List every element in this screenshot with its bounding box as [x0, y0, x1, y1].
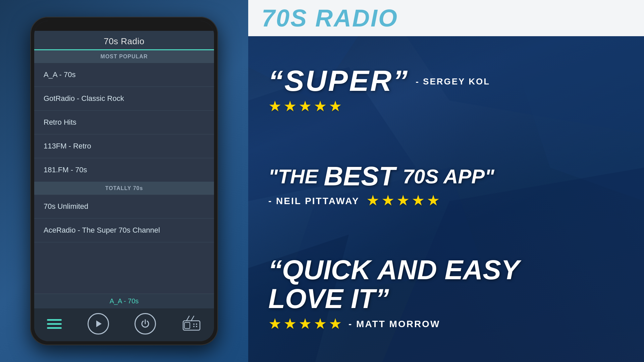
star-icon: ★ [427, 192, 440, 209]
star-icon: ★ [329, 315, 342, 332]
svg-line-7 [186, 316, 189, 321]
power-button[interactable] [135, 313, 156, 335]
radio-item-name: 113FM - Retro [44, 142, 91, 150]
star-icon: ★ [299, 98, 312, 115]
star-icon: ★ [329, 98, 342, 115]
review-2-stars: ★ ★ ★ ★ ★ [366, 192, 440, 209]
play-icon [93, 318, 104, 329]
right-panel: 70S RADIO “SUPER” - SERGEY KOL ★ ★ ★ ★ ★… [248, 0, 644, 362]
radio-button[interactable] [182, 315, 201, 333]
star-icon: ★ [268, 98, 281, 115]
play-button[interactable] [88, 313, 109, 335]
review-1: “SUPER” - SERGEY KOL ★ ★ ★ ★ ★ [268, 66, 624, 115]
list-item[interactable]: A_A - 70s [34, 63, 214, 87]
svg-point-6 [196, 326, 197, 327]
list-item[interactable]: AceRadio - The Super 70s Channel [34, 219, 214, 242]
review-1-stars: ★ ★ ★ ★ ★ [268, 98, 624, 115]
review-3: “QUICK AND EASY LOVE IT” ★ ★ ★ ★ ★ - MAT… [268, 255, 624, 332]
menu-line-1 [47, 319, 62, 321]
review-3-line2: LOVE IT” [268, 284, 624, 313]
radio-item-name: 181.FM - 70s [44, 166, 87, 174]
right-title: 70S RADIO [262, 5, 398, 32]
review-3-stars: ★ ★ ★ ★ ★ [268, 315, 342, 332]
list-item[interactable]: Retro Hits [34, 111, 214, 134]
phone-notch [34, 21, 214, 31]
star-icon: ★ [412, 192, 425, 209]
review-2-author: - NEIL PITTAWAY [268, 196, 360, 206]
svg-line-8 [191, 316, 194, 321]
menu-line-2 [47, 323, 62, 325]
reviews-area: “SUPER” - SERGEY KOL ★ ★ ★ ★ ★ "THE BEST… [248, 36, 644, 362]
svg-point-4 [196, 323, 197, 325]
totally-70s-label: TOTALLY 70s [105, 185, 143, 191]
radio-item-name: GotRadio - Classic Rock [44, 94, 124, 103]
radio-icon [182, 315, 201, 331]
most-popular-label: MOST POPULAR [101, 54, 148, 59]
list-item[interactable]: 70s Unlimited [34, 195, 214, 219]
review-2-the: "THE [268, 165, 324, 188]
radio-list: A_A - 70s GotRadio - Classic Rock Retro … [34, 63, 214, 294]
radio-item-name: AceRadio - The Super 70s Channel [44, 226, 160, 234]
menu-button[interactable] [47, 319, 62, 329]
radio-item-name: 70s Unlimited [44, 202, 88, 210]
radio-item-name: Retro Hits [44, 118, 76, 126]
menu-line-3 [47, 327, 62, 329]
app-title: 70s Radio [104, 36, 145, 46]
list-item[interactable]: GotRadio - Classic Rock [34, 87, 214, 111]
star-icon: ★ [381, 192, 394, 209]
review-3-author: - MATT MORROW [348, 319, 440, 329]
review-1-author: - SERGEY KOL [416, 76, 490, 87]
star-icon: ★ [283, 98, 297, 115]
power-icon [140, 318, 151, 329]
svg-rect-2 [184, 322, 190, 328]
review-2: "THE BEST 70S APP" - NEIL PITTAWAY ★ ★ ★… [268, 161, 624, 209]
right-header: 70S RADIO [248, 0, 644, 36]
totally-70s-header: TOTALLY 70s [34, 182, 214, 195]
review-1-quote: “SUPER” [268, 66, 409, 96]
left-panel: 70s Radio MOST POPULAR A_A - 70s GotRadi… [0, 0, 248, 362]
app-title-bar: 70s Radio [34, 31, 214, 50]
list-item[interactable]: 113FM - Retro [34, 134, 214, 158]
radio-item-name: A_A - 70s [44, 70, 75, 79]
star-icon: ★ [268, 315, 281, 332]
star-icon: ★ [299, 315, 312, 332]
star-icon: ★ [314, 98, 327, 115]
now-playing-name: A_A - 70s [110, 297, 139, 305]
review-2-app: 70S APP" [403, 165, 494, 188]
notch-cutout [104, 22, 144, 29]
star-icon: ★ [283, 315, 297, 332]
phone-screen: 70s Radio MOST POPULAR A_A - 70s GotRadi… [34, 21, 214, 341]
star-icon: ★ [396, 192, 410, 209]
svg-marker-0 [96, 320, 102, 327]
svg-point-5 [193, 326, 195, 327]
star-icon: ★ [314, 315, 327, 332]
most-popular-header: MOST POPULAR [34, 50, 214, 63]
svg-point-3 [193, 323, 195, 325]
bottom-controls [34, 308, 214, 341]
review-2-best: BEST [324, 161, 403, 192]
review-3-line1: “QUICK AND EASY [268, 255, 624, 284]
now-playing-bar: A_A - 70s [34, 294, 214, 308]
star-icon: ★ [366, 192, 379, 209]
phone-shell: 70s Radio MOST POPULAR A_A - 70s GotRadi… [30, 17, 218, 345]
list-item[interactable]: 181.FM - 70s [34, 158, 214, 182]
